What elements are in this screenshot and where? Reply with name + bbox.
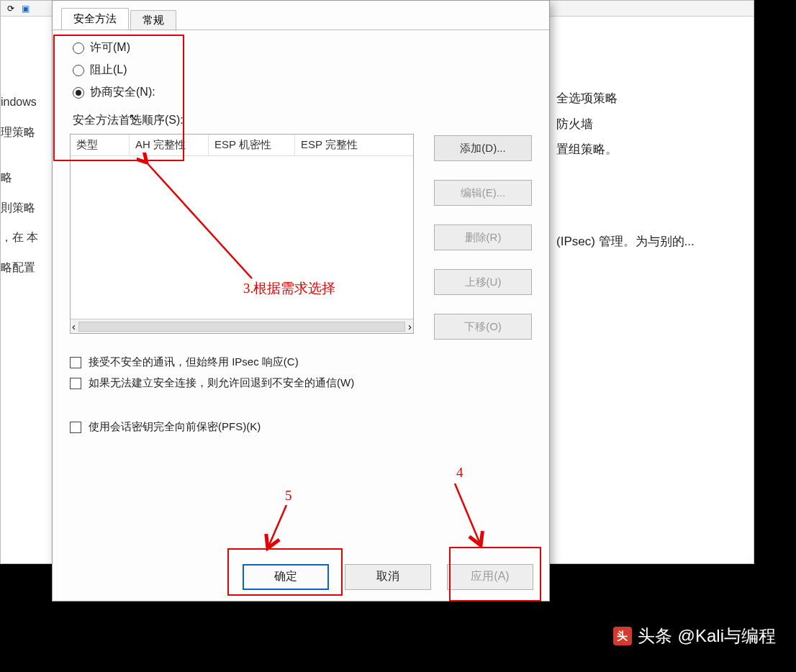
list-body[interactable]	[71, 156, 413, 319]
checkbox-accept-unsecured[interactable]: 接受不安全的通讯，但始终用 IPsec 响应(C)	[70, 355, 532, 369]
col-type[interactable]: 类型	[71, 135, 130, 155]
checkbox-label: 接受不安全的通讯，但始终用 IPsec 响应(C)	[89, 355, 299, 369]
scroll-thumb[interactable]	[78, 322, 405, 332]
refresh-icon: ⟳	[5, 3, 17, 14]
background-left-text: indows 理策略 略 則策略 ，在 本 略配置	[1, 87, 53, 283]
toutiao-logo-icon: 头	[613, 627, 632, 645]
edit-button[interactable]: 编辑(E)...	[434, 180, 532, 206]
move-up-button[interactable]: 上移(U)	[434, 269, 532, 295]
action-radio-group: 许可(M) 阻止(L) 协商安全(N):	[73, 40, 532, 100]
radio-negotiate-security[interactable]: 协商安全(N):	[73, 85, 532, 100]
list-header: 类型 AH 完整性 ESP 机密性 ESP 完整性	[71, 135, 413, 156]
checkbox-icon	[70, 378, 81, 389]
ok-button[interactable]: 确定	[243, 564, 329, 590]
apply-button[interactable]: 应用(A)	[447, 564, 533, 590]
checkbox-icon	[70, 357, 81, 368]
dialog-tabstrip: 安全方法 常规	[53, 1, 549, 29]
col-esp-confidentiality[interactable]: ESP 机密性	[209, 135, 295, 155]
radio-block[interactable]: 阻止(L)	[73, 63, 532, 78]
list-side-buttons: 添加(D)... 编辑(E)... 删除(R) 上移(U) 下移(O)	[434, 134, 532, 340]
security-methods-dialog: 安全方法 常规 许可(M) 阻止(L) 协商安全(N): ↖ 安全方法首选顺序(…	[52, 0, 550, 601]
radio-icon	[73, 42, 84, 54]
remove-button[interactable]: 删除(R)	[434, 224, 532, 250]
background-right-text: 全选项策略 防火墙 置组策略。 (IPsec) 管理。为与别的...	[556, 86, 743, 255]
tab-security-methods[interactable]: 安全方法	[61, 8, 129, 30]
square-icon: ▣	[19, 3, 31, 14]
checkbox-icon	[70, 422, 81, 433]
scroll-left-icon[interactable]: ‹	[72, 320, 76, 332]
dialog-button-bar: 确定 取消 应用(A)	[53, 552, 549, 601]
checkbox-label: 使用会话密钥完全向前保密(PFS)(K)	[89, 420, 261, 434]
checkbox-pfs[interactable]: 使用会话密钥完全向前保密(PFS)(K)	[70, 420, 532, 434]
radio-label: 许可(M)	[90, 40, 130, 55]
watermark-handle: @Kali与编程	[678, 625, 776, 648]
watermark-brand: 头条	[638, 625, 672, 648]
watermark: 头 头条 @Kali与编程	[613, 625, 776, 648]
radio-permit[interactable]: 许可(M)	[73, 40, 532, 55]
radio-label: 阻止(L)	[90, 63, 127, 78]
preference-order-label: 安全方法首选顺序(S):	[73, 113, 532, 128]
checkbox-label: 如果无法建立安全连接，则允许回退到不安全的通信(W)	[89, 376, 354, 390]
list-horizontal-scrollbar[interactable]: ‹ ›	[71, 319, 413, 333]
checkbox-allow-fallback[interactable]: 如果无法建立安全连接，则允许回退到不安全的通信(W)	[70, 376, 532, 390]
tab-general[interactable]: 常规	[130, 10, 176, 31]
tab-content: 许可(M) 阻止(L) 协商安全(N): ↖ 安全方法首选顺序(S): 类型 A…	[53, 29, 549, 552]
col-ah-integrity[interactable]: AH 完整性	[130, 135, 209, 155]
radio-icon	[73, 65, 84, 76]
radio-icon	[73, 87, 84, 99]
security-methods-list[interactable]: 类型 AH 完整性 ESP 机密性 ESP 完整性 ‹ ›	[70, 134, 414, 334]
add-button[interactable]: 添加(D)...	[434, 135, 532, 161]
cancel-button[interactable]: 取消	[345, 564, 431, 590]
scroll-right-icon[interactable]: ›	[408, 320, 412, 332]
move-down-button[interactable]: 下移(O)	[434, 314, 532, 340]
radio-label: 协商安全(N):	[90, 85, 155, 100]
col-esp-integrity[interactable]: ESP 完整性	[295, 135, 413, 155]
